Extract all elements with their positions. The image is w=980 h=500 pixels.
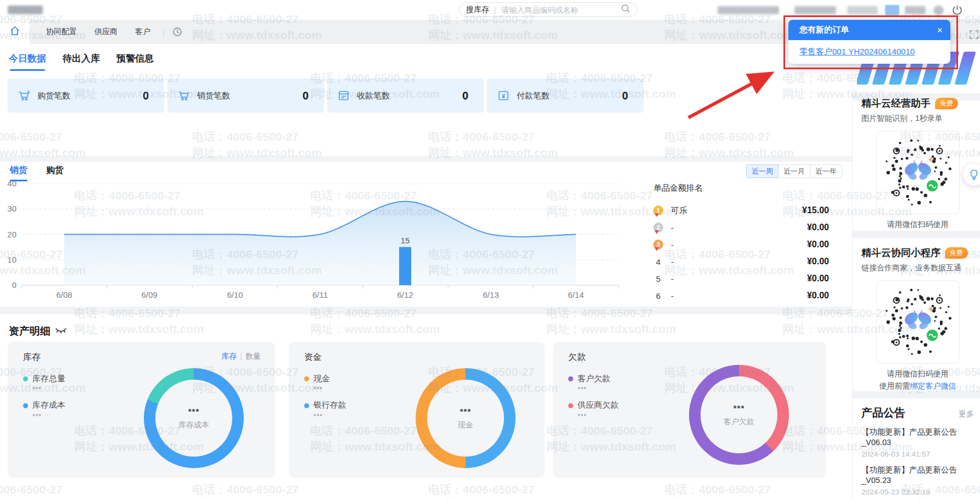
legend-item: 客户欠款***	[568, 374, 619, 393]
qr-code-image	[880, 282, 956, 362]
stat-card-销货笔数[interactable]: -销货笔数0	[167, 79, 324, 113]
svg-text:6/09: 6/09	[141, 290, 157, 299]
ranking-item-value: ¥0.00	[807, 257, 829, 266]
legend-item: 现金***	[304, 374, 346, 393]
range-近一周[interactable]: 近一周	[746, 164, 779, 178]
topbar: 搜库存 |	[0, 0, 980, 20]
watermark-text: 电话：4006-6500-27网址：www.tdxsoft.com	[0, 481, 86, 500]
stat-card-付款笔数[interactable]: ¥付款笔数0	[487, 79, 643, 113]
tool-title: 精斗云经营助手	[861, 97, 931, 110]
legend-dot	[304, 403, 309, 408]
tab-purchase[interactable]: 购货	[46, 165, 64, 176]
nav-item-协同配置[interactable]: 协同配置	[46, 27, 77, 37]
legend-dot	[568, 403, 573, 408]
search-divider: |	[494, 5, 496, 15]
assets-title: 资产明细	[9, 324, 51, 338]
rank-number: 5	[653, 274, 663, 284]
tool-title: 精斗云协同小程序	[861, 246, 940, 259]
ranking-row-4: 4-¥0.00	[653, 253, 829, 270]
tab-home[interactable]	[0, 20, 30, 44]
range-近一年[interactable]: 近一年	[810, 164, 842, 178]
svg-text:+: +	[27, 89, 30, 95]
ranking-item-name: 可乐	[671, 205, 687, 216]
announcement-item[interactable]: 【功能更新】产品更新公告_V06.032024-06-03 14:41:57	[861, 427, 974, 458]
stat-label: 付款笔数	[517, 91, 550, 101]
toggle-divider: |	[240, 352, 242, 360]
nav-item-供应商[interactable]: 供应商	[94, 27, 117, 37]
tab-sales[interactable]: 销货	[10, 165, 27, 176]
svg-text:6/12: 6/12	[397, 290, 413, 299]
asset-card-欠款: 欠款客户欠款***供应商欠款******客户欠款	[553, 342, 826, 478]
order-link[interactable]: 零售客户001 YH202406140010	[799, 47, 915, 57]
stat-card-收款笔数[interactable]: 收款笔数0	[327, 79, 484, 113]
hide-values-eye-icon[interactable]	[55, 326, 67, 336]
ranking-item-name: -	[671, 223, 674, 232]
tool-subtitle: 图片智能识别，1秒录单	[861, 114, 974, 124]
search-icon[interactable]	[621, 4, 630, 15]
legend: 现金***银行存款***	[304, 374, 346, 427]
range-近一月[interactable]: 近一月	[778, 164, 810, 178]
range-filter-group: 近一周近一月近一年	[747, 164, 842, 178]
svg-text:15: 15	[401, 236, 410, 245]
toggle-数量[interactable]: 数量	[245, 352, 261, 360]
inventory-search[interactable]: 搜库存 |	[459, 2, 637, 17]
receipt-icon	[337, 89, 350, 102]
popup-body: 零售客户001 YH202406140010	[788, 40, 950, 64]
gear-icon	[933, 5, 944, 15]
fullscreen-icon[interactable]	[970, 30, 978, 39]
ranking-title: 单品金额排名	[653, 183, 829, 193]
qr-caption-2: 使用前需绑定客户微信	[861, 381, 974, 391]
ranking-row-6: 6-¥0.00	[653, 287, 829, 304]
clock-icon[interactable]	[172, 27, 182, 37]
ranking-item-name: -	[671, 240, 674, 249]
stat-label: 收款笔数	[357, 91, 390, 101]
legend-dot	[23, 403, 28, 408]
bind-customer-wechat-link[interactable]: 绑定客户微信	[910, 381, 956, 390]
sidebar-divider	[853, 231, 980, 238]
asset-card-资金: 资金现金***银行存款******现金	[289, 342, 545, 478]
nav-divider: |	[163, 27, 165, 36]
ranking-row-1: 1可乐¥15.00	[653, 202, 829, 219]
tab-待出入库[interactable]: 待出入库	[63, 52, 100, 65]
more-link[interactable]: 更多	[959, 409, 974, 419]
new-order-popup: 您有新的订单 × 零售客户001 YH202406140010	[788, 20, 950, 64]
medal-3-icon: 3	[653, 240, 663, 249]
ranking-item-name: -	[671, 291, 674, 301]
item-amount-ranking: 单品金额排名 1可乐¥15.002-¥0.003-¥0.004-¥0.005-¥…	[653, 183, 829, 304]
rank-number: 4	[653, 257, 663, 266]
avatar	[885, 5, 899, 15]
card-toggle: 库存|数量	[221, 352, 261, 362]
power-logout-icon[interactable]	[951, 4, 963, 16]
home-icon	[9, 25, 20, 38]
announcement-item[interactable]: 【功能更新】产品更新公告_V05.232024-05-23 23:32:18	[861, 465, 974, 496]
free-badge: 免费	[935, 98, 958, 109]
tab-今日数据[interactable]: 今日数据	[9, 52, 46, 65]
free-badge: 免费	[945, 247, 968, 259]
svg-text:30: 30	[7, 204, 16, 213]
ranking-item-value: ¥15.00	[802, 205, 829, 215]
search-scope-label: 搜库存	[466, 5, 489, 15]
announcement-list: 【功能更新】产品更新公告_V06.032024-06-03 14:41:57【功…	[861, 427, 974, 500]
svg-text:10: 10	[7, 255, 16, 264]
annotation-arrow-icon	[681, 60, 791, 126]
close-icon[interactable]: ×	[937, 25, 943, 35]
section-divider	[0, 156, 852, 162]
toggle-库存[interactable]: 库存	[221, 352, 237, 360]
cart-minus-icon: -	[177, 89, 191, 102]
stat-card-购货笔数[interactable]: +购货笔数0	[8, 79, 164, 113]
medal-2-icon: 2	[653, 223, 663, 232]
watermark-text: 电话：4006-6500-27网址：www.tdxsoft.com	[192, 481, 322, 500]
svg-text:6/14: 6/14	[568, 290, 584, 299]
donut-chart-欠款: ***客户欠款	[689, 365, 789, 465]
nav-item-客户[interactable]: 客户	[135, 27, 150, 37]
tab-预警信息[interactable]: 预警信息	[116, 52, 154, 65]
legend-dot	[304, 376, 309, 381]
asset-card-库存: 库存库存|数量库存总量***库存成本******库存成本	[8, 342, 275, 478]
stat-value: 0	[622, 90, 628, 102]
donut-chart-资金: ***现金	[416, 368, 516, 468]
stat-label: 销货笔数	[197, 91, 230, 101]
cart-plus-icon: +	[18, 89, 31, 102]
right-sidebar: 精斗云经营助手 免费 图片智能识别，1秒录单 请用微信扫码使用 精斗云协同小程序…	[852, 44, 980, 500]
search-input[interactable]	[500, 5, 621, 15]
asset-card-title: 资金	[304, 352, 322, 363]
